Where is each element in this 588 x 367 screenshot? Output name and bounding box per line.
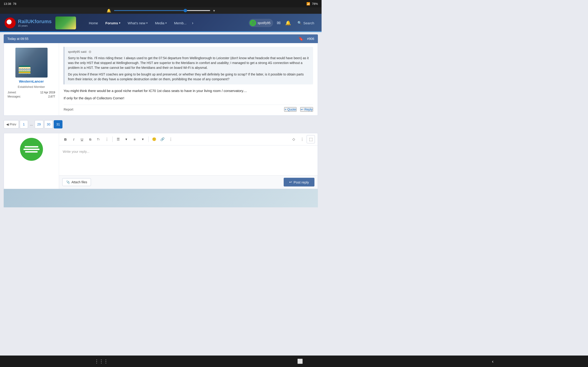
forums-dropdown-icon: ▾ — [119, 22, 120, 25]
post-reply-button[interactable]: ↩ Post reply — [284, 178, 314, 186]
toolbar-more-text[interactable]: ⋮ — [103, 135, 111, 143]
post-body-line1: You might think there would be a good ni… — [64, 88, 313, 94]
reply-editor-card: B I U S T↕ ⋮ ☰ ▾ ≡ ▾ 🙂 🔗 ⋮ — [4, 133, 318, 189]
thread-container: Today at 09:55 🔖 #906 WesternLancer Esta… — [0, 32, 321, 210]
quote-button[interactable]: + Quote — [284, 107, 296, 112]
volume-slider[interactable] — [114, 10, 210, 11]
bell-icon: 🔔 — [107, 8, 111, 13]
user-name: spotify95 — [258, 21, 270, 25]
post-timestamp: Today at 09:55 — [7, 37, 28, 41]
post-footer: Report + Quote ↩ Reply — [64, 105, 313, 112]
page-btn-1[interactable]: 1 — [20, 120, 28, 128]
toolbar-settings[interactable]: ⋮ — [298, 135, 306, 143]
page-btn-30[interactable]: 30 — [44, 120, 53, 128]
report-link[interactable]: Report — [64, 108, 73, 111]
reply-arrow-icon: ↩ — [301, 108, 303, 111]
messages-label: Messages: — [8, 94, 30, 99]
mail-icon[interactable]: ✉ — [276, 19, 282, 27]
logo-title: RailUKforums — [18, 19, 52, 24]
reply-send-icon: ↩ — [289, 180, 292, 184]
nav-forums[interactable]: Forums ▾ — [102, 19, 124, 27]
toolbar-expand[interactable]: ⬚ — [307, 135, 315, 143]
user-pill[interactable]: 🎵 spotify95 — [249, 19, 273, 27]
toolbar-list-bullet[interactable]: ☰ — [114, 135, 122, 143]
post-avatar — [15, 48, 48, 77]
search-button[interactable]: 🔍 Search — [295, 19, 317, 26]
messages-count: 2,677 — [30, 94, 55, 99]
logo-uk: UK — [27, 19, 35, 24]
logo-sub: 15 years — [18, 24, 52, 27]
logo-text-block: RailUKforums 15 years — [18, 19, 52, 27]
toolbar-link[interactable]: 🔗 — [159, 135, 166, 143]
spotify-bar-1 — [25, 146, 38, 148]
user-avatar-small: 🎵 — [250, 20, 256, 26]
search-icon: 🔍 — [297, 21, 302, 25]
reply-avatar-container — [8, 138, 55, 161]
editor-content-area[interactable]: Write your reply... — [59, 145, 318, 175]
post-text: You might think there would be a good ni… — [64, 88, 313, 101]
header-actions: 🎵 spotify95 ✉ 🔔 🔍 Search — [249, 19, 317, 27]
spotify-bar-2 — [23, 149, 40, 150]
post-avatar-image — [15, 48, 48, 77]
toolbar-align-dropdown[interactable]: ▾ — [139, 135, 147, 143]
page-btn-29[interactable]: 29 — [35, 120, 43, 128]
signal-text: 78 — [13, 2, 16, 6]
logo-rail: Rail — [18, 19, 27, 24]
quoted-header: spotify95 said: ⊕ — [68, 50, 309, 54]
wifi-icon: 📶 — [306, 2, 310, 6]
editor-toolbar: B I U S T↕ ⋮ ☰ ▾ ≡ ▾ 🙂 🔗 ⋮ — [59, 133, 318, 145]
logo-area[interactable]: RailUKforums 15 years — [5, 17, 76, 29]
paperclip-icon: 📎 — [66, 180, 70, 184]
page-ellipsis: ... — [29, 122, 34, 126]
post-user-role: Established Member — [18, 85, 45, 89]
editor-placeholder: Write your reply... — [63, 150, 89, 153]
main-content: Today at 09:55 🔖 #906 WesternLancer Esta… — [0, 32, 321, 210]
toolbar-text-size[interactable]: T↕ — [95, 135, 102, 143]
post-user-meta: Joined: 12 Apr 2019 Messages: 2,677 — [8, 90, 55, 99]
reply-button-inline[interactable]: ↩ Reply — [300, 107, 313, 112]
toolbar-emoji[interactable]: 🙂 — [150, 135, 158, 143]
toolbar-align[interactable]: ≡ — [131, 135, 138, 143]
page-btn-31[interactable]: 31 — [54, 120, 62, 128]
notification-icon[interactable]: 🔔 — [284, 19, 292, 27]
time: 13:38 — [4, 2, 11, 6]
nav-home[interactable]: Home — [85, 19, 102, 27]
nav-media[interactable]: Media ▾ — [151, 19, 170, 27]
train-image — [55, 17, 76, 29]
editor-area: B I U S T↕ ⋮ ☰ ▾ ≡ ▾ 🙂 🔗 ⋮ — [59, 133, 318, 189]
main-nav: Home Forums ▾ What's new ▾ Media ▾ Memb.… — [85, 19, 249, 27]
post-header-bar: Today at 09:55 🔖 #906 — [4, 34, 318, 43]
thread-bg-footer — [4, 189, 318, 207]
post-actions: + Quote ↩ Reply — [284, 107, 313, 112]
logo-circle-icon — [5, 17, 16, 28]
toolbar-strikethrough[interactable]: S — [86, 135, 94, 143]
quoted-block: spotify95 said: ⊕ Sorry to hear this. I'… — [64, 47, 313, 84]
media-dropdown-icon: ▾ — [165, 22, 167, 25]
volume-bar: 🔔 ▾ — [0, 7, 321, 14]
spotify-bar-3 — [25, 151, 38, 152]
spotify-avatar — [20, 138, 43, 161]
attach-files-button[interactable]: 📎 Attach files — [62, 178, 91, 186]
prev-page-button[interactable]: ◀ Prev — [4, 120, 19, 128]
post-username[interactable]: WesternLancer — [19, 79, 44, 83]
toolbar-clear[interactable]: ◇ — [290, 135, 297, 143]
bookmark-icon[interactable]: 🔖 — [298, 36, 303, 41]
post-body: spotify95 said: ⊕ Sorry to hear this. I'… — [59, 43, 318, 115]
nav-members[interactable]: Memb... — [170, 19, 190, 27]
post-number: #906 — [307, 37, 314, 41]
nav-whats-new[interactable]: What's new ▾ — [124, 19, 151, 27]
status-right: 📶 78% — [306, 2, 318, 6]
logo-forums: forums — [35, 19, 52, 24]
toolbar-separator-1 — [112, 136, 112, 142]
toolbar-italic[interactable]: I — [70, 135, 78, 143]
quoted-user: spotify95 said: — [68, 50, 87, 53]
toolbar-bold[interactable]: B — [62, 135, 69, 143]
toolbar-underline[interactable]: U — [78, 135, 86, 143]
toolbar-more-options[interactable]: ⋮ — [167, 135, 174, 143]
chevron-down-icon[interactable]: ▾ — [213, 8, 215, 13]
post-sidebar: WesternLancer Established Member Joined:… — [4, 43, 59, 115]
nav-more-icon[interactable]: › — [190, 19, 195, 27]
toolbar-list-dropdown[interactable]: ▾ — [123, 135, 130, 143]
whats-new-dropdown-icon: ▾ — [146, 22, 148, 25]
joined-date: 12 Apr 2019 — [30, 90, 55, 94]
